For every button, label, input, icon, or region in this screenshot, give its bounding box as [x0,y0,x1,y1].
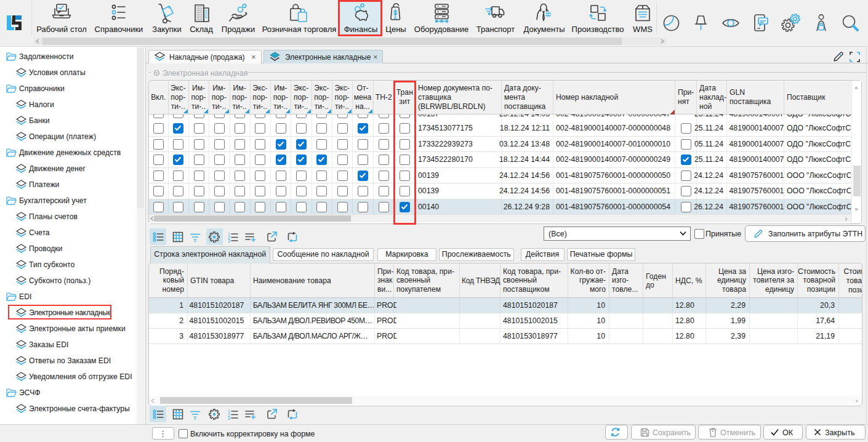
svg-text:3: 3 [228,416,230,420]
svg-text:3: 3 [228,239,230,243]
